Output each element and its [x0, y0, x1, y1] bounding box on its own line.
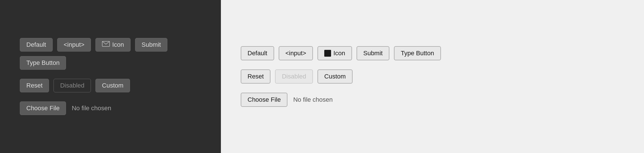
- light-choose-file-button[interactable]: Choose File: [241, 93, 287, 107]
- light-default-button[interactable]: Default: [241, 46, 274, 60]
- dark-panel: Default <input> Icon Submit Type Button …: [0, 0, 221, 153]
- light-submit-button[interactable]: Submit: [357, 46, 389, 60]
- dark-type-button[interactable]: Type Button: [20, 56, 66, 70]
- light-icon-square: [324, 50, 331, 57]
- dark-submit-button[interactable]: Submit: [135, 38, 167, 52]
- light-disabled-button: Disabled: [275, 69, 313, 84]
- dark-row-1: Default <input> Icon Submit Type Button: [20, 38, 201, 70]
- light-row-2: Reset Disabled Custom: [241, 69, 624, 84]
- dark-choose-file-button[interactable]: Choose File: [20, 101, 66, 115]
- light-icon-button[interactable]: Icon: [317, 46, 352, 60]
- light-row-1: Default <input> Icon Submit Type Button: [241, 46, 624, 60]
- dark-disabled-button: Disabled: [54, 79, 91, 92]
- dark-no-file-text: No file chosen: [72, 105, 111, 112]
- dark-icon-button[interactable]: Icon: [95, 38, 131, 52]
- light-icon-label: Icon: [333, 50, 345, 57]
- light-row-3: Choose File No file chosen: [241, 93, 624, 107]
- dark-row-3: Choose File No file chosen: [20, 101, 201, 115]
- light-no-file-text: No file chosen: [293, 96, 332, 103]
- dark-default-button[interactable]: Default: [20, 38, 53, 52]
- light-type-button[interactable]: Type Button: [394, 46, 441, 60]
- light-custom-button[interactable]: Custom: [317, 69, 353, 84]
- dark-input-button[interactable]: <input>: [57, 38, 91, 52]
- light-panel: Default <input> Icon Submit Type Button …: [221, 0, 644, 153]
- dark-reset-button[interactable]: Reset: [20, 79, 49, 92]
- mail-icon: [102, 41, 110, 48]
- dark-icon-label: Icon: [112, 41, 124, 48]
- light-reset-button[interactable]: Reset: [241, 69, 270, 84]
- dark-row-2: Reset Disabled Custom: [20, 79, 201, 92]
- light-input-button[interactable]: <input>: [279, 46, 313, 60]
- dark-custom-button[interactable]: Custom: [95, 79, 130, 92]
